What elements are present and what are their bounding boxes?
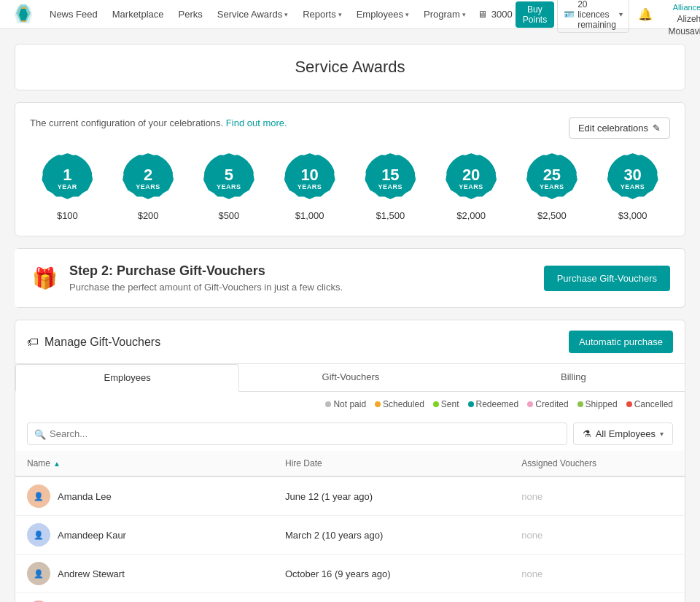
licences-chevron-icon: ▾ <box>619 10 623 18</box>
filter-chevron-icon: ▾ <box>660 430 664 438</box>
step2-card: 🎁 Step 2: Purchase Gift-Vouchers Purchas… <box>15 248 685 308</box>
nav-program[interactable]: Program ▾ <box>418 6 472 23</box>
nav-perks[interactable]: Perks <box>173 6 209 23</box>
table-row[interactable]: 👤 Jamie Anderson August 17 (7 years ago)… <box>15 593 685 603</box>
find-out-more-link[interactable]: Find out more. <box>226 117 287 128</box>
employee-name-cell: 👤 Amanda Lee <box>15 476 273 516</box>
legend-item-credited: Credited <box>527 399 568 409</box>
step2-description: Purchase the perfect amount of Gift-Vouc… <box>69 282 532 293</box>
nav-marketplace[interactable]: Marketplace <box>106 6 170 23</box>
gift-icon: 🎁 <box>32 266 58 290</box>
legend-item-shipped: Shipped <box>578 399 618 409</box>
licences-display[interactable]: 🪪 20 licences remaining ▾ <box>557 0 629 33</box>
milestone-amount: $500 <box>218 210 239 221</box>
legend-dot <box>527 401 533 407</box>
milestones-row: 1 YEAR $100 2 YEARS $200 5 YEARS $500 10… <box>30 153 670 221</box>
employee-name: Amanda Lee <box>58 491 112 502</box>
column-header-name[interactable]: Name▲ <box>15 451 273 476</box>
employee-name: Amandeep Kaur <box>58 530 126 541</box>
legend-dot <box>433 401 439 407</box>
voucher-icon: 🏷 <box>27 336 39 349</box>
avatar: 👤 <box>27 523 50 547</box>
status-legend: Not paidScheduledSentRedeemedCreditedShi… <box>15 392 685 417</box>
milestone-amount: $2,500 <box>537 210 567 221</box>
search-input[interactable] <box>27 422 567 445</box>
milestone-item: 30 YEARS $3,000 <box>607 153 658 221</box>
monitor-icon: 🖥 <box>478 9 487 20</box>
legend-item-not-paid: Not paid <box>325 399 366 409</box>
tab-employees[interactable]: Employees <box>15 364 239 392</box>
nav-service-awards[interactable]: Service Awards ▾ <box>211 6 294 23</box>
user-menu[interactable]: Green Alliance Alizeh Mousavi 👤 <box>661 0 700 38</box>
employee-name-cell: 👤 Amandeep Kaur <box>15 516 273 555</box>
milestone-item: 15 YEARS $1,500 <box>365 153 416 221</box>
buy-points-button[interactable]: Buy Points <box>516 1 554 28</box>
edit-celebrations-button[interactable]: Edit celebrations ✎ <box>569 117 670 139</box>
sort-icon: ▲ <box>53 460 61 468</box>
filter-icon: ⚗ <box>583 428 591 439</box>
assigned-vouchers-cell: none <box>510 593 685 603</box>
tab-billing[interactable]: Billing <box>462 364 685 391</box>
navigation: News Feed Marketplace Perks Service Awar… <box>0 0 700 29</box>
service-awards-chevron-icon: ▾ <box>284 11 288 18</box>
milestone-item: 25 YEARS $2,500 <box>526 153 578 221</box>
nav-news-feed[interactable]: News Feed <box>44 6 104 23</box>
legend-dot <box>325 401 331 407</box>
legend-dot <box>626 401 632 407</box>
milestone-badge: 15 YEARS <box>365 153 416 204</box>
legend-dot <box>468 401 474 407</box>
employee-filter-button[interactable]: ⚗ All Employees ▾ <box>573 422 673 445</box>
column-header-hire-date[interactable]: Hire Date <box>273 451 510 476</box>
hire-date-cell: March 2 (10 years ago) <box>273 516 510 555</box>
milestone-badge: 1 YEAR <box>42 153 93 204</box>
milestone-amount: $1,500 <box>376 210 405 221</box>
milestone-item: 2 YEARS $200 <box>122 153 174 221</box>
legend-item-scheduled: Scheduled <box>375 399 424 409</box>
hire-date-cell: August 17 (7 years ago) <box>273 593 510 603</box>
milestone-badge: 30 YEARS <box>607 153 658 204</box>
edit-icon: ✎ <box>653 123 661 134</box>
milestone-badge: 20 YEARS <box>446 153 497 204</box>
milestone-item: 20 YEARS $2,000 <box>446 153 497 221</box>
reports-chevron-icon: ▾ <box>338 11 342 18</box>
hire-date-cell: June 12 (1 year ago) <box>273 476 510 516</box>
milestone-amount: $2,000 <box>456 210 486 221</box>
assigned-vouchers-cell: none <box>510 516 685 555</box>
manage-tabs: EmployeesGift-VouchersBilling <box>15 364 685 392</box>
purchase-gift-vouchers-button[interactable]: Purchase Gift-Vouchers <box>544 266 670 291</box>
hire-date-cell: October 16 (9 years ago) <box>273 555 510 593</box>
manage-title: 🏷 Manage Gift-Vouchers <box>27 336 160 349</box>
avatar: 👤 <box>27 562 50 585</box>
milestone-item: 1 YEAR $100 <box>42 153 93 221</box>
milestone-amount: $200 <box>138 210 159 221</box>
column-header-assigned-vouchers[interactable]: Assigned Vouchers <box>510 451 685 476</box>
notifications-bell[interactable]: 🔔 <box>632 4 658 24</box>
page-title: Service Awards <box>28 58 672 77</box>
search-icon: 🔍 <box>34 428 46 439</box>
tab-gift-vouchers[interactable]: Gift-Vouchers <box>239 364 462 391</box>
automatic-purchase-button[interactable]: Automatic purchase <box>569 331 673 353</box>
employee-name-cell: 👤 Jamie Anderson <box>15 593 273 603</box>
milestone-amount: $100 <box>57 210 78 221</box>
program-chevron-icon: ▾ <box>462 11 466 18</box>
page-title-card: Service Awards <box>15 44 685 90</box>
table-row[interactable]: 👤 Andrew Stewart October 16 (9 years ago… <box>15 555 685 593</box>
celebrations-header: The current configuration of your celebr… <box>30 117 670 139</box>
avatar: 👤 <box>27 485 50 508</box>
employee-name: Andrew Stewart <box>58 568 125 579</box>
table-row[interactable]: 👤 Amanda Lee June 12 (1 year ago) none <box>15 476 685 516</box>
main-content: Service Awards The current configuration… <box>0 29 700 602</box>
legend-item-cancelled: Cancelled <box>626 399 673 409</box>
celebrations-info: The current configuration of your celebr… <box>30 117 287 128</box>
licence-icon: 🪪 <box>564 9 575 20</box>
nav-employees[interactable]: Employees ▾ <box>351 6 415 23</box>
table-controls: 🔍 ⚗ All Employees ▾ <box>15 417 685 451</box>
table-row[interactable]: 👤 Amandeep Kaur March 2 (10 years ago) n… <box>15 516 685 555</box>
nav-reports[interactable]: Reports ▾ <box>297 6 348 23</box>
milestone-amount: $1,000 <box>295 210 324 221</box>
milestone-amount: $3,000 <box>618 210 648 221</box>
assigned-vouchers-cell: none <box>510 476 685 516</box>
legend-dot <box>375 401 381 407</box>
logo[interactable] <box>12 3 35 26</box>
milestone-item: 5 YEARS $500 <box>203 153 254 221</box>
